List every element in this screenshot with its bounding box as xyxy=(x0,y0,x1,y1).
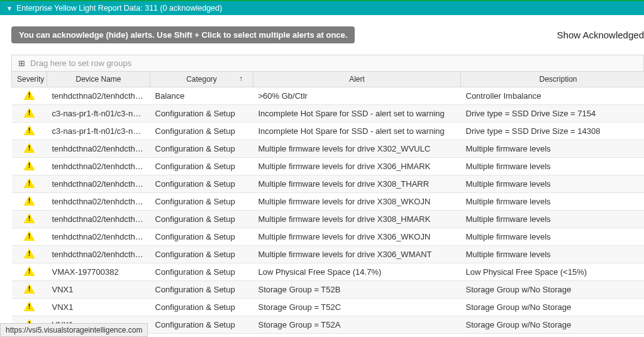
device-cell: tenhdcthna02/tenhdcthna04 xyxy=(47,158,150,175)
description-cell: Multiple firmware levels xyxy=(461,140,645,158)
device-cell: VNX1 xyxy=(47,281,150,299)
category-cell: Configuration & Setup xyxy=(150,193,253,211)
warning-icon xyxy=(24,284,35,294)
table-row[interactable]: tenhdcthna02/tenhdcthna04Balance>60% Gb/… xyxy=(12,87,645,105)
severity-cell xyxy=(12,211,47,228)
warning-icon xyxy=(24,90,35,100)
description-cell: Multiple firmware levels xyxy=(461,158,645,175)
severity-cell xyxy=(12,158,47,175)
table-row[interactable]: tenhdcthna02/tenhdcthna04Configuration &… xyxy=(12,228,645,246)
device-cell: c3-nas-pr1-ft-n01/c3-nas-... xyxy=(47,123,150,140)
panel-title: Enterprise Yellow Light Report Data: 311… xyxy=(16,4,222,13)
alert-cell: Multiple firmware levels for drive X306_… xyxy=(253,228,461,246)
description-cell: Multiple firmware levels xyxy=(461,228,645,246)
description-cell: Drive type = SSD Drive Size = 14308 xyxy=(461,123,645,140)
status-bar-url: https://vsi5.visualstorageintelligence.c… xyxy=(0,323,148,337)
device-cell: tenhdcthna02/tenhdcthna04 xyxy=(47,140,150,158)
col-header-category[interactable]: Category ↑ xyxy=(150,72,253,87)
row-group-drop-zone[interactable]: ⊞ Drag here to set row groups xyxy=(11,55,644,71)
device-cell: tenhdcthna02/tenhdcthna04 xyxy=(47,193,150,211)
alert-cell: >60% Gb/Ctlr xyxy=(253,87,461,105)
device-cell: tenhdcthna02/tenhdcthna04 xyxy=(47,228,150,246)
category-cell: Configuration & Setup xyxy=(150,316,253,334)
table-row[interactable]: tenhdcthna02/tenhdcthna04Configuration &… xyxy=(12,211,645,228)
device-cell: VMAX-197700382 xyxy=(47,263,150,281)
description-cell: Multiple firmware levels xyxy=(461,211,645,228)
alert-cell: Multiple firmware levels for drive X308_… xyxy=(253,211,461,228)
warning-icon xyxy=(24,178,35,188)
category-cell: Configuration & Setup xyxy=(150,123,253,140)
warning-icon xyxy=(24,160,35,170)
col-header-severity[interactable]: Severity xyxy=(12,72,47,87)
header-row: Severity Device Name Category ↑ Alert De… xyxy=(12,72,645,87)
alert-cell: Incomplete Hot Spare for SSD - alert set… xyxy=(253,105,461,123)
alert-cell: Multiple firmware levels for drive X302_… xyxy=(253,140,461,158)
device-cell: tenhdcthna02/tenhdcthna04 xyxy=(47,246,150,263)
description-cell: Storage Group w/No Storage xyxy=(461,299,645,316)
alert-cell: Multiple firmware levels for drive X306_… xyxy=(253,158,461,175)
hint-row: You can acknowledge (hide) alerts. Use S… xyxy=(11,26,644,43)
alert-cell: Invalid Performance Data xyxy=(253,334,461,338)
category-cell: Configuration & Setup xyxy=(150,140,253,158)
description-cell: Invalid Performance Data - skipped xyxy=(461,334,645,338)
table-row[interactable]: tenhdcthna02/tenhdcthna04Configuration &… xyxy=(12,246,645,263)
category-cell: Configuration & Setup xyxy=(150,211,253,228)
warning-icon xyxy=(24,196,35,206)
warning-icon xyxy=(24,266,35,276)
group-placeholder: Drag here to set row groups xyxy=(30,58,131,68)
category-cell: Balance xyxy=(150,87,253,105)
category-cell: Configuration & Setup xyxy=(150,263,253,281)
table-row[interactable]: tenhdcthna02/tenhdcthna04Configuration &… xyxy=(12,158,645,175)
severity-cell xyxy=(12,140,47,158)
category-cell: Configuration & Setup xyxy=(150,158,253,175)
table-row[interactable]: VNX1Configuration & SetupStorage Group =… xyxy=(12,281,645,299)
panel-header[interactable]: ▼ Enterprise Yellow Light Report Data: 3… xyxy=(0,0,644,15)
alert-cell: Multiple firmware levels for drive X308_… xyxy=(253,175,461,193)
severity-cell xyxy=(12,105,47,123)
table-row[interactable]: tenhdcthna02/tenhdcthna04Configuration &… xyxy=(12,140,645,158)
device-cell: tenhdcthna02/tenhdcthna04 xyxy=(47,211,150,228)
alert-cell: Multiple firmware levels for drive X306_… xyxy=(253,246,461,263)
category-cell: Configuration & Setup xyxy=(150,105,253,123)
table-row[interactable]: VMAX-197700382Configuration & SetupLow P… xyxy=(12,263,645,281)
table-row[interactable]: VNX1Configuration & SetupStorage Group =… xyxy=(12,299,645,316)
warning-icon xyxy=(24,248,35,258)
warning-icon xyxy=(24,108,35,118)
description-cell: Multiple firmware levels xyxy=(461,193,645,211)
alert-cell: Incomplete Hot Spare for SSD - alert set… xyxy=(253,123,461,140)
content-area: You can acknowledge (hide) alerts. Use S… xyxy=(0,15,644,337)
description-cell: Controller Imbalance xyxy=(461,87,645,105)
severity-cell xyxy=(12,263,47,281)
device-cell: c3-nas-pr1-ft-n01/c3-nas-... xyxy=(47,105,150,123)
severity-cell xyxy=(12,228,47,246)
warning-icon xyxy=(24,125,35,135)
collapse-caret-icon: ▼ xyxy=(6,5,13,12)
alert-cell: Storage Group = T52C xyxy=(253,299,461,316)
show-acknowledged-link[interactable]: Show Acknowledged xyxy=(557,30,644,40)
description-cell: Multiple firmware levels xyxy=(461,246,645,263)
table-row[interactable]: tenhdcthna02/tenhdcthna04Configuration &… xyxy=(12,175,645,193)
alert-cell: Multiple firmware levels for drive X308_… xyxy=(253,193,461,211)
warning-icon xyxy=(24,301,35,311)
category-cell: Configuration & Setup xyxy=(150,228,253,246)
alerts-grid: Severity Device Name Category ↑ Alert De… xyxy=(11,71,644,337)
category-cell: Configuration & Setup xyxy=(150,281,253,299)
device-cell: VNX1 xyxy=(47,299,150,316)
col-header-description[interactable]: Description xyxy=(461,72,645,87)
warning-icon xyxy=(24,213,35,223)
severity-cell xyxy=(12,87,47,105)
device-cell: tenhdcthna02/tenhdcthna04 xyxy=(47,87,150,105)
category-cell: Configuration & Setup xyxy=(150,299,253,316)
severity-cell xyxy=(12,175,47,193)
warning-icon xyxy=(24,231,35,241)
sort-asc-icon: ↑ xyxy=(239,74,243,83)
acknowledge-hint: You can acknowledge (hide) alerts. Use S… xyxy=(11,26,355,43)
table-row[interactable]: c3-nas-pr1-ft-n01/c3-nas-...Configuratio… xyxy=(12,123,645,140)
col-header-device[interactable]: Device Name xyxy=(47,72,150,87)
alert-cell: Storage Group = T52B xyxy=(253,281,461,299)
table-row[interactable]: c3-nas-pr1-ft-n01/c3-nas-...Configuratio… xyxy=(12,105,645,123)
description-cell: Drive type = SSD Drive Size = 7154 xyxy=(461,105,645,123)
table-row[interactable]: tenhdcthna02/tenhdcthna04Configuration &… xyxy=(12,193,645,211)
device-cell: tenhdcthna02/tenhdcthna04 xyxy=(47,175,150,193)
col-header-alert[interactable]: Alert xyxy=(253,72,461,87)
